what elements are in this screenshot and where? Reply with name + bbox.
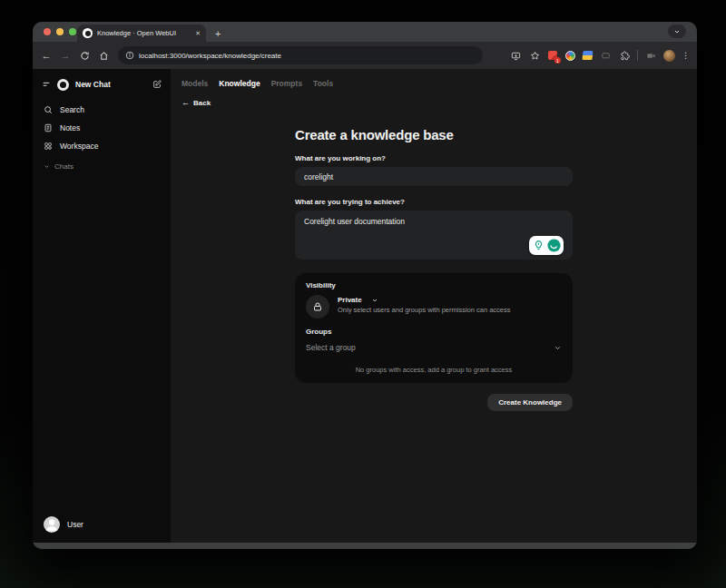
send-to-device-icon[interactable] <box>509 49 522 62</box>
sidebar-chats-section[interactable]: Chats <box>42 158 162 174</box>
sidebar-item-label: Search <box>60 105 84 114</box>
back-icon[interactable]: ← <box>40 49 53 62</box>
password-extension-icon[interactable]: 1 <box>547 50 558 61</box>
chevron-down-icon <box>371 297 378 304</box>
page-title: Create a knowledge base <box>295 127 573 142</box>
chevron-down-icon <box>44 163 50 170</box>
sidebar-item-search[interactable]: Search <box>42 101 162 119</box>
main-area: Models Knowledge Prompts Tools ← Back Cr… <box>171 69 697 543</box>
bookmark-star-icon[interactable] <box>528 49 541 62</box>
window-bottom-edge <box>33 543 697 549</box>
description-wrapper <box>295 211 573 260</box>
sidebar-item-label: Notes <box>60 123 80 132</box>
back-arrow-icon: ← <box>182 98 190 107</box>
tab-models[interactable]: Models <box>182 79 208 88</box>
user-avatar <box>44 516 60 533</box>
visibility-card: Visibility Private Only select users and… <box>295 273 573 383</box>
group-select[interactable]: Select a group <box>306 339 562 356</box>
back-button[interactable]: ← Back <box>182 96 686 109</box>
new-tab-button[interactable]: + <box>215 29 221 39</box>
sidebar-toggle-icon[interactable] <box>42 80 51 89</box>
workspace-tabs: Models Knowledge Prompts Tools <box>182 76 686 91</box>
ai-assistant-widget[interactable] <box>529 236 564 255</box>
browser-tab[interactable]: Knowledge · Open WebUI ✕ <box>77 24 206 42</box>
browser-toolbar: ← → localhost:3000/workspace/knowledge/c… <box>33 42 697 69</box>
extension-badge: 1 <box>554 57 561 64</box>
create-knowledge-form: Create a knowledge base What are you wor… <box>295 127 573 411</box>
tab-close-icon[interactable]: ✕ <box>195 30 201 37</box>
visibility-row: Private Only select users and groups wit… <box>306 295 562 318</box>
url-text: localhost:3000/workspace/knowledge/creat… <box>139 52 281 60</box>
tab-tools[interactable]: Tools <box>313 79 333 88</box>
toolbar-actions: 1 ⋮ <box>509 49 690 62</box>
visibility-select[interactable]: Private <box>338 296 511 304</box>
openwebui-logo-icon <box>57 79 69 91</box>
lock-icon <box>312 301 323 312</box>
submit-row: Create Knowledge <box>295 394 573 411</box>
tab-overflow-button[interactable] <box>668 24 686 38</box>
sidebar-item-workspace[interactable]: Workspace <box>42 137 162 155</box>
sidebar-item-notes[interactable]: Notes <box>42 119 162 137</box>
person-icon <box>44 516 60 533</box>
notes-icon <box>44 123 53 132</box>
tab-prompts[interactable]: Prompts <box>271 79 302 88</box>
tab-knowledge[interactable]: Knowledge <box>219 79 260 88</box>
back-label: Back <box>193 99 211 107</box>
group-select-placeholder: Select a group <box>306 343 356 352</box>
flag-extension-icon[interactable] <box>582 50 593 61</box>
sidebar-header: New Chat <box>42 76 162 93</box>
chats-label: Chats <box>54 162 74 171</box>
openwebui-favicon-icon <box>83 28 93 38</box>
video-extension-icon[interactable] <box>644 49 657 62</box>
new-chat-icon[interactable] <box>152 80 162 89</box>
workspace-icon <box>44 142 53 151</box>
more-menu-icon[interactable]: ⋮ <box>682 52 690 60</box>
lock-icon-circle <box>306 295 329 318</box>
name-input[interactable] <box>295 167 573 186</box>
zoom-window-icon[interactable] <box>69 28 76 35</box>
page-content: New Chat Search Notes Workspace Chats <box>33 69 697 543</box>
sidebar: New Chat Search Notes Workspace Chats <box>33 69 171 543</box>
site-info-icon[interactable] <box>125 51 134 60</box>
colorwheel-extension-icon[interactable] <box>564 50 575 61</box>
user-name: User <box>67 520 83 529</box>
visibility-value: Private <box>338 296 362 304</box>
visibility-description: Only select users and groups with permis… <box>338 306 511 314</box>
assistant-chat-icon[interactable] <box>546 238 562 253</box>
extensions-puzzle-icon[interactable] <box>618 49 631 62</box>
groups-label: Groups <box>306 328 562 336</box>
lightbulb-icon[interactable] <box>533 240 544 251</box>
search-icon <box>44 105 53 114</box>
sidebar-user-menu[interactable]: User <box>42 514 162 535</box>
chevron-down-icon <box>673 28 681 35</box>
groups-empty-note: No groups with access, add a group to gr… <box>306 366 562 374</box>
forward-icon: → <box>59 49 72 62</box>
name-field-label: What are you working on? <box>295 154 573 162</box>
visibility-label: Visibility <box>306 281 562 289</box>
tab-title: Knowledge · Open WebUI <box>97 29 191 37</box>
close-window-icon[interactable] <box>44 28 51 35</box>
sidebar-item-label: Workspace <box>60 142 98 151</box>
toolbar-divider <box>637 50 638 61</box>
create-knowledge-button[interactable]: Create Knowledge <box>487 394 573 411</box>
visibility-info: Private Only select users and groups wit… <box>338 295 511 314</box>
traffic-lights <box>44 28 76 35</box>
browser-window: Knowledge · Open WebUI ✕ + ← → localhost… <box>33 22 697 549</box>
home-icon[interactable] <box>97 49 110 62</box>
new-chat-label[interactable]: New Chat <box>75 80 146 89</box>
minimize-window-icon[interactable] <box>56 28 64 35</box>
screen-share-icon[interactable] <box>599 49 612 62</box>
reload-icon[interactable] <box>78 49 91 62</box>
address-bar[interactable]: localhost:3000/workspace/knowledge/creat… <box>118 46 483 64</box>
chevron-down-icon <box>554 344 562 352</box>
tab-strip: Knowledge · Open WebUI ✕ + <box>33 22 697 42</box>
browser-profile-avatar[interactable] <box>663 50 675 62</box>
description-field-label: What are you trying to achieve? <box>295 198 573 206</box>
